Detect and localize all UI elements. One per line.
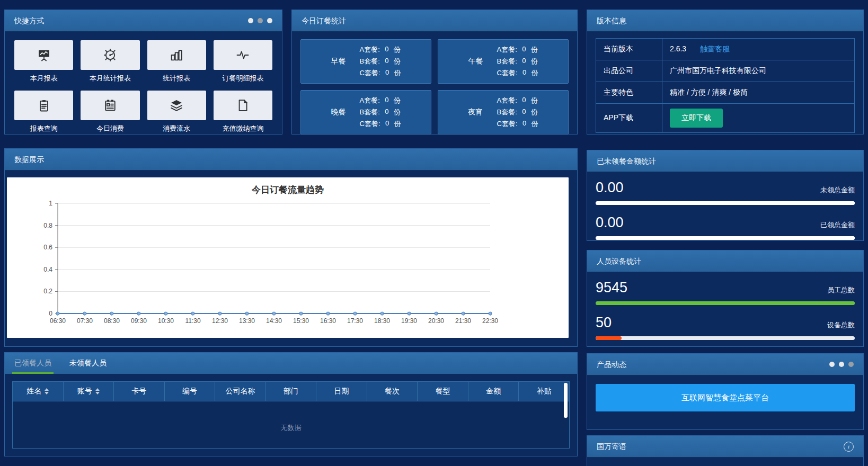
info-icon[interactable]: i	[844, 442, 854, 452]
meal-set-unit: 份	[531, 107, 538, 117]
meal-row: B套餐:0份	[497, 57, 538, 66]
shortcut-item[interactable]: 消费流水	[147, 91, 206, 133]
shortcut-label: 本月统计报表	[90, 74, 131, 83]
svg-text:17:30: 17:30	[347, 317, 363, 325]
meal-set-label: B套餐:	[497, 107, 517, 117]
message-panel-title: 国万寄语	[597, 436, 626, 457]
presentation-chart-icon	[36, 48, 52, 62]
column-header[interactable]: 账号	[64, 382, 114, 401]
meal-set-unit: 份	[394, 119, 401, 129]
carousel-dot[interactable]	[267, 18, 272, 23]
stat-value: 0.00	[596, 214, 624, 231]
table-scrollbar[interactable]	[564, 383, 568, 418]
personnel-stats-panel-header: 人员设备统计	[587, 250, 863, 272]
meal-stat-box: 早餐A套餐:0份B套餐:0份C套餐:0份	[300, 39, 431, 84]
carousel-dots	[248, 18, 272, 23]
personnel-stats-panel-title: 人员设备统计	[597, 250, 641, 272]
meal-stat-box: 夜宵A套餐:0份B套餐:0份C套餐:0份	[438, 90, 569, 135]
document-icon	[235, 98, 251, 113]
message-panel-header: 国万寄语 i	[587, 436, 863, 458]
chart-title: 今日订餐流量趋势	[7, 177, 569, 196]
shortcut-label: 订餐明细报表	[222, 74, 263, 83]
column-header[interactable]: 姓名	[13, 382, 64, 401]
shortcut-tile	[14, 40, 73, 70]
meal-set-label: A套餐:	[360, 96, 380, 105]
meal-set-value: 0	[522, 68, 527, 78]
meal-set-label: C套餐:	[497, 119, 518, 129]
stat-group: 9545员工总数	[596, 280, 855, 305]
meal-grid: 早餐A套餐:0份B套餐:0份C套餐:0份午餐A套餐:0份B套餐:0份C套餐:0份…	[292, 32, 577, 142]
version-info-panel-header: 版本信息	[587, 10, 863, 32]
shortcut-item[interactable]: 本月统计报表	[81, 40, 139, 83]
customer-service-link[interactable]: 触蕾客服	[700, 44, 730, 53]
shortcut-item[interactable]: 今日消费	[81, 91, 139, 133]
meal-row: B套餐:0份	[497, 107, 538, 117]
tab-已领餐人员[interactable]: 已领餐人员	[14, 353, 51, 374]
carousel-dot[interactable]	[829, 362, 835, 367]
stat-progress-bar	[596, 301, 855, 305]
meal-set-value: 0	[522, 119, 527, 129]
product-banner[interactable]: 互联网智慧食堂点菜平台	[596, 384, 855, 411]
meal-set-unit: 份	[394, 57, 401, 66]
column-header: 部门	[266, 382, 317, 401]
stat-label: 已领总金额	[820, 220, 855, 230]
svg-text:0: 0	[49, 310, 52, 317]
shortcut-item[interactable]: 本月报表	[14, 40, 73, 83]
column-label: 账号	[77, 387, 92, 396]
diner-table-panel: 已领餐人员未领餐人员 姓名账号卡号编号公司名称部门日期餐次餐型金额补贴 无数据	[4, 352, 578, 456]
meal-set-label: A套餐:	[497, 45, 517, 55]
meal-set-label: A套餐:	[360, 45, 380, 55]
column-label: 姓名	[26, 387, 41, 396]
meal-set-value: 0	[385, 119, 390, 129]
today-orders-panel-header: 今日订餐统计	[292, 10, 577, 32]
meal-set-unit: 份	[394, 68, 401, 78]
meal-set-unit: 份	[394, 45, 401, 55]
carousel-dot[interactable]	[258, 18, 263, 23]
shortcut-item[interactable]: 统计报表	[147, 40, 206, 83]
meal-set-value: 0	[521, 45, 527, 55]
column-label: 餐次	[385, 387, 400, 396]
svg-text:12:30: 12:30	[212, 317, 228, 325]
stat-label: 员工总数	[827, 285, 855, 295]
carousel-dots	[829, 362, 854, 367]
download-now-button[interactable]: 立即下载	[670, 109, 723, 128]
tab-未领餐人员[interactable]: 未领餐人员	[69, 353, 107, 374]
product-news-panel: 产品动态 互联网智慧食堂点菜平台	[587, 353, 864, 430]
meal-set-unit: 份	[532, 119, 538, 129]
meal-name: 早餐	[331, 57, 346, 66]
shortcut-label: 本月报表	[30, 74, 58, 83]
meal-set-unit: 份	[531, 45, 538, 55]
meal-set-label: B套餐:	[497, 57, 517, 66]
today-orders-panel: 今日订餐统计 早餐A套餐:0份B套餐:0份C套餐:0份午餐A套餐:0份B套餐:0…	[291, 10, 578, 135]
sort-carets-icon	[95, 388, 100, 395]
pulse-icon	[235, 48, 251, 62]
meal-row: A套餐:0份	[360, 96, 401, 105]
stat-value: 9545	[596, 280, 627, 296]
personnel-stats-body: 9545员工总数50设备总数	[587, 272, 863, 357]
data-display-panel: 数据展示 今日订餐流量趋势 00.20.40.60.8106:3007:3008…	[4, 148, 578, 347]
svg-text:20:30: 20:30	[428, 317, 444, 325]
shortcut-item[interactable]: 报表查询	[14, 91, 73, 133]
stat-progress-fill	[596, 201, 855, 205]
shortcuts-panel: 快捷方式 本月报表本月统计报表统计报表订餐明细报表报表查询今日消费消费流水充值缴…	[4, 10, 282, 135]
carousel-dot[interactable]	[248, 18, 253, 23]
shortcut-item[interactable]: 订餐明细报表	[214, 40, 272, 83]
shortcut-item[interactable]: 充值缴纳查询	[214, 91, 272, 133]
meal-row: A套餐:0份	[360, 45, 401, 55]
meal-stat-box: 午餐A套餐:0份B套餐:0份C套餐:0份	[438, 39, 569, 84]
order-trend-chart: 今日订餐流量趋势 00.20.40.60.8106:3007:3008:3009…	[7, 177, 569, 338]
personnel-stats-panel: 人员设备统计 9545员工总数50设备总数	[587, 250, 864, 347]
meal-set-label: C套餐:	[360, 68, 380, 78]
shortcut-tile	[147, 91, 206, 120]
column-header: 补贴	[519, 382, 569, 401]
stat-progress-bar	[596, 236, 855, 240]
today-orders-panel-title: 今日订餐统计	[302, 10, 346, 31]
meal-set-label: C套餐:	[360, 119, 380, 129]
meal-set-value: 0	[384, 96, 389, 105]
clipboard-icon	[36, 98, 52, 113]
carousel-dot[interactable]	[848, 362, 854, 367]
bar-chart-icon	[169, 48, 184, 62]
column-label: 餐型	[436, 387, 450, 396]
shortcuts-panel-header: 快捷方式	[5, 10, 282, 32]
carousel-dot[interactable]	[839, 362, 844, 367]
